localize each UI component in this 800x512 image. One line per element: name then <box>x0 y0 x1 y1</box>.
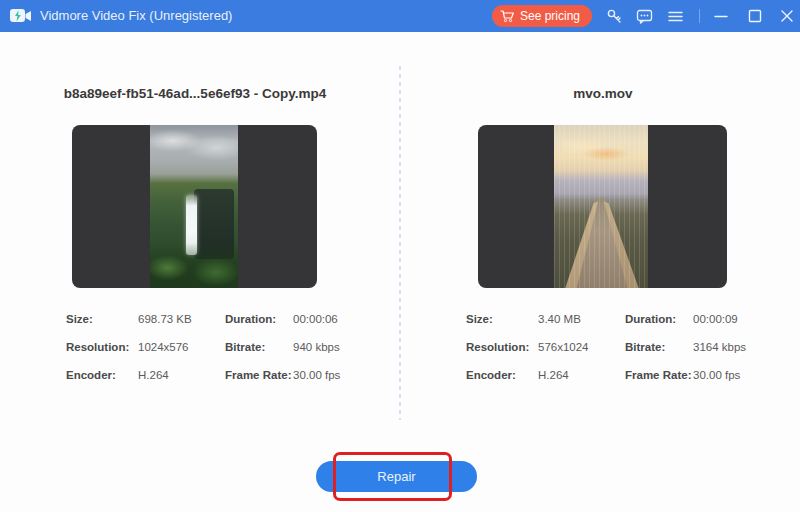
stat-label: Size: <box>466 311 538 327</box>
stat-label: Frame Rate: <box>225 367 293 383</box>
left-video-filename: b8a89eef-fb51-46ad...5e6ef93 - Copy.mp4 <box>60 86 330 104</box>
register-key-icon[interactable] <box>606 8 623 25</box>
see-pricing-label: See pricing <box>520 9 580 23</box>
stat-row: Encoder: H.264 Frame Rate: 30.00 fps <box>466 367 786 383</box>
stat-label: Bitrate: <box>625 339 693 355</box>
stat-row: Encoder: H.264 Frame Rate: 30.00 fps <box>66 367 386 383</box>
close-icon[interactable] <box>778 7 796 25</box>
stat-value: 00:00:09 <box>693 311 786 327</box>
hamburger-menu-icon[interactable] <box>667 8 684 25</box>
cloud-art <box>150 125 238 167</box>
cart-icon <box>500 9 515 23</box>
right-video-stats: Size: 3.40 MB Duration: 00:00:09 Resolut… <box>466 311 786 395</box>
boardwalk-video-frame <box>554 125 648 288</box>
maximize-icon[interactable] <box>746 7 764 25</box>
stat-value: 1024x576 <box>138 339 225 355</box>
stat-label: Resolution: <box>66 339 138 355</box>
stat-label: Duration: <box>225 311 293 327</box>
stat-row: Resolution: 576x1024 Bitrate: 3164 kbps <box>466 339 786 355</box>
feedback-chat-icon[interactable] <box>636 8 653 25</box>
stat-value: H.264 <box>538 367 625 383</box>
foliage-art <box>150 243 238 288</box>
stat-value: H.264 <box>138 367 225 383</box>
panel-divider <box>399 66 401 420</box>
stat-value: 00:00:06 <box>293 311 386 327</box>
vidmore-video-fix-window: Vidmore Video Fix (Unregistered) See pri… <box>0 0 800 512</box>
stat-label: Resolution: <box>466 339 538 355</box>
left-video-thumbnail <box>72 125 317 288</box>
minimize-icon[interactable] <box>712 7 730 25</box>
stat-row: Size: 3.40 MB Duration: 00:00:09 <box>466 311 786 327</box>
stat-value: 30.00 fps <box>693 367 786 383</box>
stat-value: 3.40 MB <box>538 311 625 327</box>
see-pricing-button[interactable]: See pricing <box>492 5 592 27</box>
app-logo-icon <box>10 6 32 26</box>
stat-label: Duration: <box>625 311 693 327</box>
window-title: Vidmore Video Fix (Unregistered) <box>40 0 232 32</box>
stat-value: 576x1024 <box>538 339 625 355</box>
right-video-thumbnail <box>478 125 727 288</box>
right-video-filename: mvo.mov <box>468 86 738 104</box>
stat-label: Bitrate: <box>225 339 293 355</box>
repair-button[interactable]: Repair <box>316 461 477 492</box>
glitch-stripes-art <box>554 125 648 288</box>
stat-row: Size: 698.73 KB Duration: 00:00:06 <box>66 311 386 327</box>
titlebar-separator <box>699 9 700 23</box>
stat-label: Frame Rate: <box>625 367 693 383</box>
stat-value: 3164 kbps <box>693 339 786 355</box>
left-video-stats: Size: 698.73 KB Duration: 00:00:06 Resol… <box>66 311 386 395</box>
stat-row: Resolution: 1024x576 Bitrate: 940 kbps <box>66 339 386 355</box>
stat-value: 30.00 fps <box>293 367 386 383</box>
stat-label: Encoder: <box>466 367 538 383</box>
stat-label: Encoder: <box>66 367 138 383</box>
stat-label: Size: <box>66 311 138 327</box>
stat-value: 940 kbps <box>293 339 386 355</box>
stat-value: 698.73 KB <box>138 311 225 327</box>
titlebar: Vidmore Video Fix (Unregistered) See pri… <box>0 0 800 32</box>
waterfall-video-frame <box>150 125 238 288</box>
